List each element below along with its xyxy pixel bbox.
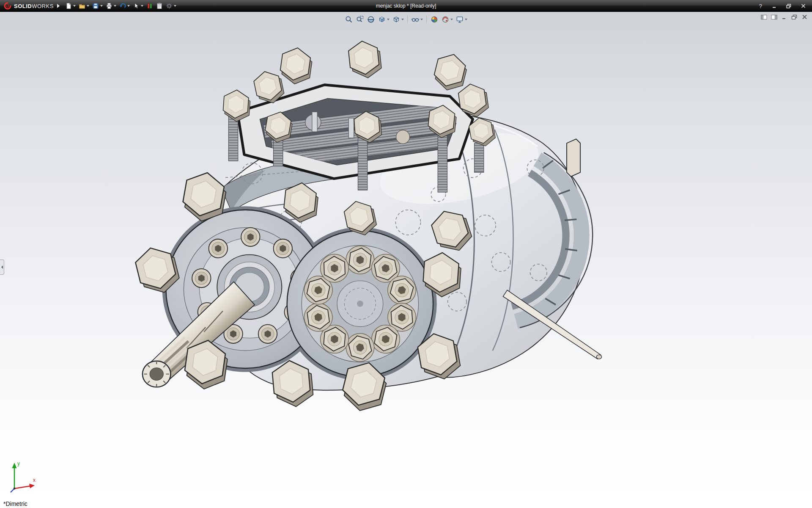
right-flange[interactable] bbox=[287, 231, 433, 377]
feature-pane-toggle-button[interactable] bbox=[760, 14, 768, 20]
ds-logo-icon bbox=[3, 2, 12, 10]
options-gear-icon bbox=[166, 3, 173, 9]
display-pane-icon bbox=[771, 14, 777, 20]
zoom-to-fit-button[interactable] bbox=[344, 14, 354, 25]
hide-show-items-button[interactable] bbox=[410, 14, 424, 25]
minimize-doc-icon bbox=[782, 14, 787, 19]
feature-pane-icon bbox=[761, 14, 767, 20]
y-axis-label: y bbox=[17, 461, 20, 467]
reference-triad: y x bbox=[7, 459, 40, 497]
minimize-icon bbox=[772, 4, 777, 8]
print-button[interactable] bbox=[104, 1, 118, 11]
app-logo: SOLIDWORKS bbox=[0, 2, 56, 10]
x-axis-label: x bbox=[33, 477, 36, 483]
new-document-icon bbox=[65, 3, 72, 9]
edit-appearance-ball-icon bbox=[430, 15, 439, 24]
hide-show-glasses-icon bbox=[411, 15, 420, 24]
close-icon bbox=[801, 4, 806, 8]
title-bar[interactable]: SOLIDWORKS bbox=[0, 0, 812, 12]
x-axis-arrow bbox=[29, 484, 35, 489]
view-settings-button[interactable] bbox=[455, 14, 468, 25]
display-style-icon bbox=[392, 15, 401, 24]
brand-light: WORKS bbox=[32, 3, 54, 9]
model-3d-view[interactable] bbox=[0, 12, 812, 508]
close-document-button[interactable] bbox=[800, 14, 809, 20]
edit-appearance-button[interactable] bbox=[429, 14, 439, 25]
undo-button[interactable] bbox=[118, 1, 131, 11]
feature-pane-expand-handle[interactable] bbox=[0, 260, 4, 275]
toolbar-separator bbox=[407, 16, 408, 23]
solidworks-window: { "titlebar": { "brand_bold": "SOLID", "… bbox=[0, 0, 812, 508]
apply-scene-button[interactable] bbox=[440, 14, 454, 25]
display-pane-toggle-button[interactable] bbox=[770, 14, 778, 20]
main-toolbar bbox=[64, 1, 178, 11]
minimize-document-button[interactable] bbox=[780, 14, 788, 20]
minimize-button[interactable] bbox=[768, 2, 781, 10]
zoom-to-area-icon bbox=[356, 15, 364, 24]
window-title: menjac sklop * [Read-only] bbox=[376, 3, 436, 9]
close-doc-icon bbox=[802, 14, 807, 19]
section-view-icon bbox=[367, 15, 375, 24]
restore-doc-icon bbox=[791, 14, 797, 20]
restore-icon bbox=[786, 4, 791, 8]
zoom-to-fit-icon bbox=[345, 15, 353, 24]
selection-filter-icon bbox=[146, 3, 153, 9]
options-button[interactable] bbox=[165, 1, 178, 11]
selection-filter-button[interactable] bbox=[145, 1, 154, 11]
brand-bold: SOLID bbox=[14, 3, 32, 9]
view-orientation-label: *Dimetric bbox=[3, 500, 27, 507]
view-orientation-button[interactable] bbox=[377, 14, 390, 25]
headsup-view-toolbar bbox=[341, 14, 471, 25]
apply-scene-icon bbox=[441, 15, 450, 24]
zoom-to-area-button[interactable] bbox=[355, 14, 365, 25]
open-document-button[interactable] bbox=[77, 1, 91, 11]
menu-flyout-arrow-icon[interactable] bbox=[57, 4, 60, 8]
select-button[interactable] bbox=[132, 1, 145, 11]
save-icon bbox=[92, 3, 99, 9]
open-folder-icon bbox=[79, 3, 85, 9]
section-view-button[interactable] bbox=[366, 14, 376, 25]
chevron-left-icon bbox=[1, 265, 3, 269]
graphics-area[interactable]: y x *Dimetric bbox=[0, 12, 812, 508]
display-style-button[interactable] bbox=[391, 14, 405, 25]
brand-name: SOLIDWORKS bbox=[14, 3, 54, 9]
help-button[interactable]: ? bbox=[759, 3, 762, 9]
y-axis-arrow bbox=[12, 463, 17, 468]
close-button[interactable] bbox=[797, 2, 809, 10]
view-orientation-cube-icon bbox=[378, 15, 386, 24]
properties-clipboard-icon bbox=[156, 3, 163, 9]
undo-arrow-icon bbox=[119, 3, 126, 9]
view-settings-monitor-icon bbox=[455, 15, 464, 24]
maximize-button[interactable] bbox=[782, 2, 795, 10]
file-properties-button[interactable] bbox=[155, 1, 164, 11]
toolbar-separator bbox=[426, 16, 427, 23]
printer-icon bbox=[106, 3, 112, 9]
restore-document-button[interactable] bbox=[790, 14, 798, 20]
cursor-arrow-icon bbox=[133, 3, 140, 9]
new-document-button[interactable] bbox=[64, 1, 77, 11]
titlebar-right-controls: ? bbox=[759, 2, 812, 10]
save-button[interactable] bbox=[91, 1, 104, 11]
document-window-controls bbox=[760, 14, 809, 20]
